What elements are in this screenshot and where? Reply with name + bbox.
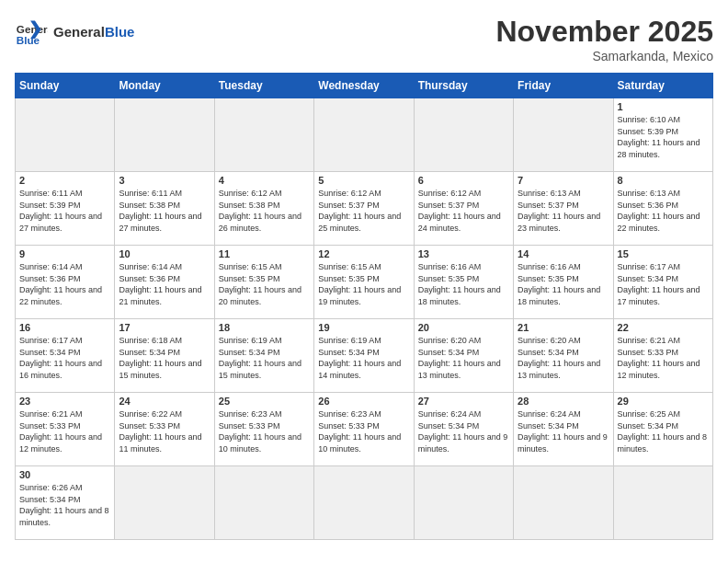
day-number: 20 xyxy=(418,322,509,333)
day-number: 11 xyxy=(219,248,310,259)
day-number: 28 xyxy=(518,396,609,407)
day-number: 3 xyxy=(119,175,210,186)
table-row: 8Sunrise: 6:13 AMSunset: 5:36 PMDaylight… xyxy=(613,172,712,246)
table-row: 23Sunrise: 6:21 AMSunset: 5:33 PMDayligh… xyxy=(16,393,115,466)
table-row xyxy=(314,466,414,540)
table-row: 3Sunrise: 6:11 AMSunset: 5:38 PMDaylight… xyxy=(115,172,214,246)
day-number: 16 xyxy=(19,322,110,333)
logo-icon: General Blue xyxy=(15,15,48,48)
day-number: 22 xyxy=(618,322,709,333)
day-number: 24 xyxy=(119,396,210,407)
logo: General Blue GeneralBlue xyxy=(15,15,134,48)
day-number: 1 xyxy=(618,101,709,112)
table-row: 14Sunrise: 6:16 AMSunset: 5:35 PMDayligh… xyxy=(514,246,613,319)
day-number: 19 xyxy=(318,322,409,333)
month-title: November 2025 xyxy=(495,15,713,49)
col-wednesday: Wednesday xyxy=(314,74,414,98)
table-row: 10Sunrise: 6:14 AMSunset: 5:36 PMDayligh… xyxy=(115,246,214,319)
table-row: 12Sunrise: 6:15 AMSunset: 5:35 PMDayligh… xyxy=(314,246,414,319)
calendar-week-row: 2Sunrise: 6:11 AMSunset: 5:39 PMDaylight… xyxy=(16,172,713,246)
day-info: Sunrise: 6:12 AMSunset: 5:38 PMDaylight:… xyxy=(219,188,310,234)
table-row: 11Sunrise: 6:15 AMSunset: 5:35 PMDayligh… xyxy=(214,246,313,319)
day-info: Sunrise: 6:11 AMSunset: 5:39 PMDaylight:… xyxy=(19,188,110,234)
day-number: 30 xyxy=(19,469,110,480)
table-row: 17Sunrise: 6:18 AMSunset: 5:34 PMDayligh… xyxy=(115,319,214,393)
table-row xyxy=(115,98,214,172)
day-info: Sunrise: 6:19 AMSunset: 5:34 PMDaylight:… xyxy=(219,335,310,381)
day-info: Sunrise: 6:12 AMSunset: 5:37 PMDaylight:… xyxy=(318,188,409,234)
table-row: 15Sunrise: 6:17 AMSunset: 5:34 PMDayligh… xyxy=(613,246,712,319)
day-info: Sunrise: 6:17 AMSunset: 5:34 PMDaylight:… xyxy=(618,261,709,307)
col-monday: Monday xyxy=(115,74,214,98)
day-info: Sunrise: 6:11 AMSunset: 5:38 PMDaylight:… xyxy=(119,188,210,234)
day-info: Sunrise: 6:22 AMSunset: 5:33 PMDaylight:… xyxy=(119,408,210,454)
day-number: 9 xyxy=(19,248,110,259)
calendar-week-row: 9Sunrise: 6:14 AMSunset: 5:36 PMDaylight… xyxy=(16,246,713,319)
day-number: 21 xyxy=(518,322,609,333)
day-number: 4 xyxy=(219,175,310,186)
day-info: Sunrise: 6:13 AMSunset: 5:37 PMDaylight:… xyxy=(518,188,609,234)
table-row: 6Sunrise: 6:12 AMSunset: 5:37 PMDaylight… xyxy=(414,172,513,246)
day-info: Sunrise: 6:15 AMSunset: 5:35 PMDaylight:… xyxy=(318,261,409,307)
day-info: Sunrise: 6:16 AMSunset: 5:35 PMDaylight:… xyxy=(518,261,609,307)
day-info: Sunrise: 6:26 AMSunset: 5:34 PMDaylight:… xyxy=(19,482,110,528)
calendar-table: Sunday Monday Tuesday Wednesday Thursday… xyxy=(15,73,713,540)
table-row: 7Sunrise: 6:13 AMSunset: 5:37 PMDaylight… xyxy=(514,172,613,246)
col-saturday: Saturday xyxy=(613,74,712,98)
table-row xyxy=(414,466,513,540)
table-row xyxy=(214,466,313,540)
page-header: General Blue GeneralBlue November 2025 S… xyxy=(15,15,713,63)
day-info: Sunrise: 6:14 AMSunset: 5:36 PMDaylight:… xyxy=(19,261,110,307)
table-row: 22Sunrise: 6:21 AMSunset: 5:33 PMDayligh… xyxy=(613,319,712,393)
title-block: November 2025 Samarkanda, Mexico xyxy=(495,15,713,63)
col-tuesday: Tuesday xyxy=(214,74,313,98)
day-number: 8 xyxy=(618,175,709,186)
day-number: 18 xyxy=(219,322,310,333)
day-info: Sunrise: 6:14 AMSunset: 5:36 PMDaylight:… xyxy=(119,261,210,307)
day-info: Sunrise: 6:17 AMSunset: 5:34 PMDaylight:… xyxy=(19,335,110,381)
day-number: 25 xyxy=(219,396,310,407)
day-number: 15 xyxy=(618,248,709,259)
day-number: 29 xyxy=(618,396,709,407)
table-row xyxy=(214,98,313,172)
col-thursday: Thursday xyxy=(414,74,513,98)
day-number: 6 xyxy=(418,175,509,186)
day-number: 23 xyxy=(19,396,110,407)
table-row: 26Sunrise: 6:23 AMSunset: 5:33 PMDayligh… xyxy=(314,393,414,466)
location: Samarkanda, Mexico xyxy=(495,49,713,63)
day-info: Sunrise: 6:19 AMSunset: 5:34 PMDaylight:… xyxy=(318,335,409,381)
table-row xyxy=(314,98,414,172)
table-row: 20Sunrise: 6:20 AMSunset: 5:34 PMDayligh… xyxy=(414,319,513,393)
day-info: Sunrise: 6:12 AMSunset: 5:37 PMDaylight:… xyxy=(418,188,509,234)
calendar-week-row: 1Sunrise: 6:10 AMSunset: 5:39 PMDaylight… xyxy=(16,98,713,172)
day-info: Sunrise: 6:13 AMSunset: 5:36 PMDaylight:… xyxy=(618,188,709,234)
table-row: 27Sunrise: 6:24 AMSunset: 5:34 PMDayligh… xyxy=(414,393,513,466)
table-row: 30Sunrise: 6:26 AMSunset: 5:34 PMDayligh… xyxy=(16,466,115,540)
table-row xyxy=(514,98,613,172)
table-row: 9Sunrise: 6:14 AMSunset: 5:36 PMDaylight… xyxy=(16,246,115,319)
day-info: Sunrise: 6:23 AMSunset: 5:33 PMDaylight:… xyxy=(318,408,409,454)
day-number: 17 xyxy=(119,322,210,333)
day-info: Sunrise: 6:24 AMSunset: 5:34 PMDaylight:… xyxy=(418,408,509,454)
calendar-week-row: 16Sunrise: 6:17 AMSunset: 5:34 PMDayligh… xyxy=(16,319,713,393)
table-row: 29Sunrise: 6:25 AMSunset: 5:34 PMDayligh… xyxy=(613,393,712,466)
table-row: 4Sunrise: 6:12 AMSunset: 5:38 PMDaylight… xyxy=(214,172,313,246)
table-row xyxy=(613,466,712,540)
table-row: 2Sunrise: 6:11 AMSunset: 5:39 PMDaylight… xyxy=(16,172,115,246)
day-info: Sunrise: 6:10 AMSunset: 5:39 PMDaylight:… xyxy=(618,114,709,160)
day-info: Sunrise: 6:16 AMSunset: 5:35 PMDaylight:… xyxy=(418,261,509,307)
table-row xyxy=(115,466,214,540)
calendar-header-row: Sunday Monday Tuesday Wednesday Thursday… xyxy=(16,74,713,98)
day-info: Sunrise: 6:23 AMSunset: 5:33 PMDaylight:… xyxy=(219,408,310,454)
table-row: 13Sunrise: 6:16 AMSunset: 5:35 PMDayligh… xyxy=(414,246,513,319)
day-number: 12 xyxy=(318,248,409,259)
table-row: 18Sunrise: 6:19 AMSunset: 5:34 PMDayligh… xyxy=(214,319,313,393)
day-info: Sunrise: 6:20 AMSunset: 5:34 PMDaylight:… xyxy=(418,335,509,381)
col-sunday: Sunday xyxy=(16,74,115,98)
day-number: 10 xyxy=(119,248,210,259)
day-number: 2 xyxy=(19,175,110,186)
table-row: 19Sunrise: 6:19 AMSunset: 5:34 PMDayligh… xyxy=(314,319,414,393)
day-info: Sunrise: 6:25 AMSunset: 5:34 PMDaylight:… xyxy=(618,408,709,454)
day-number: 13 xyxy=(418,248,509,259)
day-number: 26 xyxy=(318,396,409,407)
